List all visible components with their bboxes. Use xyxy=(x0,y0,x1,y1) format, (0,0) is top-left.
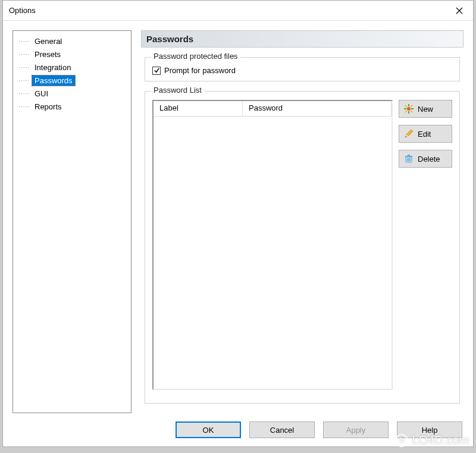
tree-connector-icon: ····· xyxy=(15,38,32,45)
page-heading: Passwords xyxy=(141,30,464,48)
content-panel: Passwords Password protected files Promp… xyxy=(141,30,464,413)
tree-item-passwords[interactable]: ····· Passwords xyxy=(15,74,129,87)
column-header-password[interactable]: Password xyxy=(243,101,392,116)
dialog-footer: OK Cancel Apply Help xyxy=(3,413,473,446)
tree-item-presets[interactable]: ····· Presets xyxy=(15,48,129,61)
delete-button[interactable]: Delete xyxy=(399,150,452,168)
window-title: Options xyxy=(9,6,36,15)
apply-button: Apply xyxy=(323,421,389,438)
tree-label: Passwords xyxy=(32,76,75,86)
ok-button[interactable]: OK xyxy=(176,421,241,438)
tree-label: Integration xyxy=(32,62,73,73)
tree-label: General xyxy=(32,36,64,46)
edit-button[interactable]: Edit xyxy=(399,125,452,143)
cancel-button[interactable]: Cancel xyxy=(249,421,315,438)
svg-point-0 xyxy=(407,107,411,111)
password-table[interactable]: Label Password xyxy=(152,100,393,390)
button-label: New xyxy=(418,105,433,114)
trash-icon xyxy=(404,154,414,163)
tree-connector-icon: ····· xyxy=(15,64,32,71)
svg-rect-14 xyxy=(408,155,410,156)
tree-label: Reports xyxy=(32,102,64,112)
tree-item-integration[interactable]: ····· Integration xyxy=(15,61,129,74)
tree-connector-icon: ····· xyxy=(15,77,32,84)
titlebar: Options xyxy=(3,1,473,21)
svg-line-8 xyxy=(405,111,407,112)
tree-connector-icon: ····· xyxy=(15,103,32,110)
table-header: Label Password xyxy=(154,101,392,117)
close-icon xyxy=(456,7,463,14)
prompt-for-password-checkbox[interactable]: Prompt for password xyxy=(152,66,452,75)
group-password-protected: Password protected files Prompt for pass… xyxy=(145,57,460,81)
button-label: Delete xyxy=(418,155,440,163)
column-header-label[interactable]: Label xyxy=(154,101,243,116)
close-button[interactable] xyxy=(446,1,473,20)
group-password-list: Password List Label Password xyxy=(145,91,460,404)
help-button[interactable]: Help xyxy=(397,421,462,438)
new-button[interactable]: New xyxy=(399,100,452,118)
svg-line-7 xyxy=(411,105,412,107)
button-label: Edit xyxy=(418,130,431,139)
new-icon xyxy=(404,104,414,114)
pencil-icon xyxy=(404,129,414,139)
navigation-tree[interactable]: ····· General ····· Presets ····· Integr… xyxy=(12,30,131,413)
tree-item-gui[interactable]: ····· GUI xyxy=(15,87,129,100)
svg-line-5 xyxy=(405,105,407,107)
checkbox-label: Prompt for password xyxy=(164,66,236,75)
checkbox-icon xyxy=(152,67,161,75)
group-legend: Password protected files xyxy=(151,52,240,61)
tree-item-general[interactable]: ····· General xyxy=(15,34,129,48)
dialog-body: ····· General ····· Presets ····· Integr… xyxy=(3,21,473,413)
svg-line-6 xyxy=(411,111,412,112)
tree-label: Presets xyxy=(32,49,63,59)
tree-connector-icon: ····· xyxy=(15,51,32,58)
tree-label: GUI xyxy=(32,89,51,99)
group-legend: Password List xyxy=(151,86,204,95)
tree-connector-icon: ····· xyxy=(15,90,32,97)
tree-item-reports[interactable]: ····· Reports xyxy=(15,100,129,113)
options-dialog: Options ····· General ····· Presets ····… xyxy=(2,0,474,447)
svg-rect-13 xyxy=(405,156,412,157)
button-column: New Edit xyxy=(399,100,452,390)
